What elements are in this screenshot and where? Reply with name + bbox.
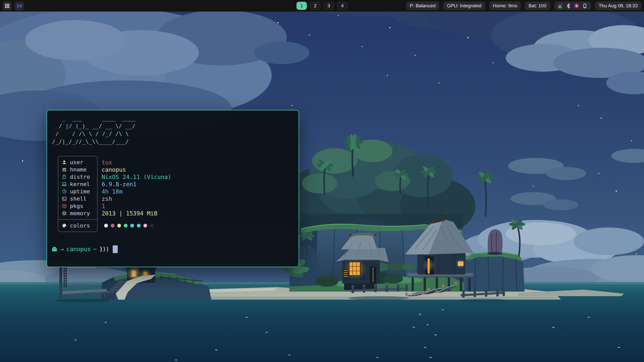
flame-app-icon[interactable]	[574, 3, 579, 9]
bluetooth-icon[interactable]	[566, 3, 571, 9]
terminal-content: _ ___ ____ ____ / |/ (_)_ __/ __ \/ __/ …	[47, 110, 299, 267]
prompt-host: canopus	[66, 246, 91, 252]
workspace-4[interactable]: 4	[337, 2, 348, 10]
workspace-1[interactable]: 1	[297, 2, 307, 10]
ping-pill[interactable]: Home: 9ms	[489, 2, 521, 10]
fetch-row-hname: hname	[58, 166, 97, 173]
terminal-icon	[62, 196, 67, 201]
penguin-icon	[62, 174, 67, 179]
nixos-ascii-logo: _ ___ ____ ____ / |/ (_)_ __/ __ \/ __/ …	[52, 114, 135, 146]
color-dot-7	[143, 224, 147, 228]
value-uptime: 4h 18m	[102, 188, 171, 195]
desktop: $W 1 2 3 4 P: Balanced GPU: Integrated H…	[0, 0, 644, 362]
fetch-label-box: user hname	[58, 156, 98, 232]
chip-icon	[62, 211, 67, 216]
color-dot-4	[124, 224, 128, 228]
power-profile-pill[interactable]: P: Balanced	[406, 2, 439, 10]
top-bar: $W 1 2 3 4 P: Balanced GPU: Integrated H…	[0, 0, 644, 12]
value-shell: zsh	[102, 195, 171, 202]
bar-left-cluster: $W	[3, 0, 24, 12]
shell-prompt[interactable]: → canopus ~ ) ) )	[51, 245, 118, 254]
app-launcher-button[interactable]	[3, 1, 12, 11]
text-cursor[interactable]	[113, 245, 118, 253]
fetch-row-uptime: uptime	[58, 188, 97, 195]
value-distro: NixOS 24.11 (Vicuna)	[102, 173, 171, 180]
gpu-pill[interactable]: GPU: Integrated	[443, 2, 485, 10]
fetch-row-distro: distro	[58, 173, 97, 180]
clock-pill[interactable]: Thu Aug 08, 18:33	[595, 2, 641, 10]
terminal-window[interactable]: _ ___ ____ ____ / |/ (_)_ __/ __ \/ __/ …	[47, 110, 299, 267]
bar-right-cluster: P: Balanced GPU: Integrated Home: 9ms Ba…	[406, 0, 641, 12]
workspace-switcher: 1 2 3 4	[297, 0, 348, 12]
chevron-3: )	[106, 246, 109, 252]
prompt-arrow: →	[60, 246, 64, 252]
battery-pill[interactable]: Bat: 100	[525, 2, 550, 10]
value-hname: canopus	[102, 166, 171, 173]
chevron-1: )	[99, 246, 102, 252]
value-pkgs: 1	[102, 202, 171, 210]
color-dot-3	[117, 224, 121, 228]
color-dot-1	[104, 224, 108, 228]
package-icon	[62, 203, 67, 209]
value-user: tux	[102, 159, 171, 166]
fetch-row-shell: shell	[58, 195, 97, 202]
fetch-info: user hname	[58, 156, 171, 232]
fetch-row-memory: memory	[58, 210, 97, 217]
fetch-values: tux canopus NixOS 24.11 (Vicuna) 6.9.8-z…	[102, 156, 171, 232]
system-tray	[554, 2, 591, 10]
value-memory: 2013 | 15394 MiB	[102, 210, 171, 217]
laptop-icon	[62, 182, 67, 187]
workspace-2[interactable]: 2	[310, 2, 320, 10]
tiki-statue	[487, 229, 503, 255]
fetch-row-colors: colors	[58, 222, 97, 229]
scissors-icon[interactable]	[558, 3, 563, 9]
dollar-w-logo-button[interactable]: $W	[15, 1, 24, 11]
palette-icon	[62, 223, 67, 228]
color-dot-2	[111, 224, 114, 228]
dollar-w-logo: $W	[16, 3, 22, 9]
ghost-icon	[51, 246, 58, 253]
clock-icon	[62, 189, 67, 194]
phone-icon[interactable]	[582, 3, 587, 9]
color-dot-6	[137, 224, 141, 228]
workspace-3[interactable]: 3	[324, 2, 334, 10]
terminal-color-swatches	[102, 222, 171, 229]
color-dot-8	[150, 224, 154, 228]
color-dot-5	[130, 224, 134, 228]
apps-grid-icon	[5, 4, 10, 8]
chevron-2: )	[103, 246, 106, 252]
user-icon	[62, 160, 67, 165]
sliders-icon	[62, 167, 67, 172]
fetch-row-pkgs: pkgs	[58, 202, 97, 210]
prompt-path: ~	[93, 246, 97, 252]
fetch-row-kernel: kernel	[58, 180, 97, 188]
prompt-chevrons: ) ) )	[99, 246, 109, 252]
value-kernel: 6.9.8-zen1	[102, 180, 171, 188]
fetch-row-user: user	[58, 159, 97, 166]
